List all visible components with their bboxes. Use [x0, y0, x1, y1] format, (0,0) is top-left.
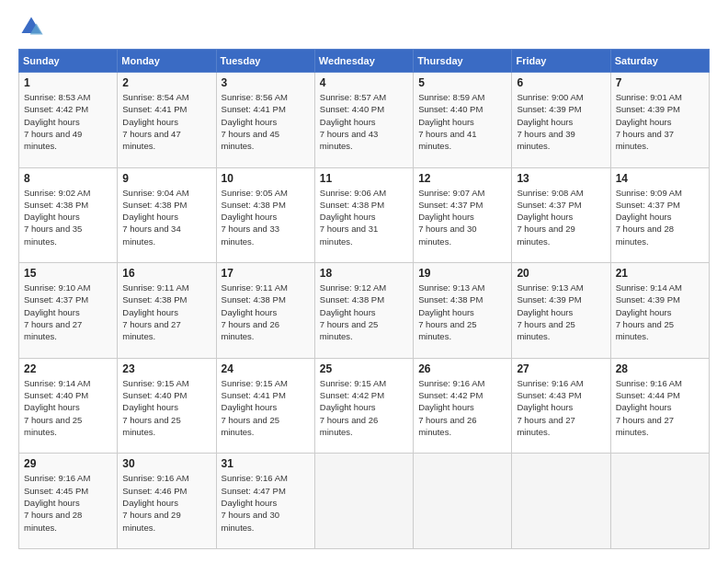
cell-date: 1	[24, 76, 112, 89]
calendar-cell: 6 Sunrise: 9:00 AMSunset: 4:39 PMDayligh…	[512, 73, 610, 168]
cell-info: Sunrise: 9:16 AMSunset: 4:46 PMDaylight …	[122, 473, 188, 532]
cell-date: 10	[222, 172, 310, 185]
cell-date: 25	[320, 362, 408, 375]
calendar-cell	[314, 454, 413, 549]
cell-info: Sunrise: 8:53 AMSunset: 4:42 PMDaylight …	[24, 92, 90, 151]
calendar-cell: 29 Sunrise: 9:16 AMSunset: 4:45 PMDaylig…	[19, 454, 118, 549]
cell-date: 31	[222, 457, 310, 470]
calendar-cell: 20 Sunrise: 9:13 AMSunset: 4:39 PMDaylig…	[512, 263, 610, 359]
cell-info: Sunrise: 9:07 AMSunset: 4:37 PMDaylight …	[418, 188, 484, 247]
cell-info: Sunrise: 9:16 AMSunset: 4:44 PMDaylight …	[616, 378, 682, 437]
calendar-cell: 15 Sunrise: 9:10 AMSunset: 4:37 PMDaylig…	[19, 263, 118, 359]
cell-info: Sunrise: 9:00 AMSunset: 4:39 PMDaylight …	[517, 92, 583, 151]
calendar-cell	[512, 454, 610, 549]
calendar-header-row: SundayMondayTuesdayWednesdayThursdayFrid…	[19, 50, 710, 73]
calendar-cell: 31 Sunrise: 9:16 AMSunset: 4:47 PMDaylig…	[216, 454, 314, 549]
calendar-cell: 5 Sunrise: 8:59 AMSunset: 4:40 PMDayligh…	[414, 73, 512, 168]
cell-info: Sunrise: 9:11 AMSunset: 4:38 PMDaylight …	[222, 282, 288, 341]
cell-date: 12	[418, 172, 506, 185]
cell-info: Sunrise: 9:16 AMSunset: 4:45 PMDaylight …	[24, 473, 90, 532]
calendar-cell: 8 Sunrise: 9:02 AMSunset: 4:38 PMDayligh…	[19, 167, 118, 263]
calendar-cell: 27 Sunrise: 9:16 AMSunset: 4:43 PMDaylig…	[512, 358, 610, 454]
day-header: Thursday	[414, 50, 512, 73]
cell-info: Sunrise: 9:10 AMSunset: 4:37 PMDaylight …	[24, 282, 90, 341]
logo	[18, 14, 48, 40]
logo-icon	[18, 14, 44, 40]
day-header: Wednesday	[314, 50, 413, 73]
cell-info: Sunrise: 9:06 AMSunset: 4:38 PMDaylight …	[320, 188, 386, 247]
cell-date: 14	[616, 172, 704, 185]
cell-info: Sunrise: 9:15 AMSunset: 4:41 PMDaylight …	[222, 378, 288, 437]
cell-date: 5	[418, 76, 506, 89]
cell-info: Sunrise: 9:16 AMSunset: 4:47 PMDaylight …	[222, 473, 288, 532]
calendar-cell: 17 Sunrise: 9:11 AMSunset: 4:38 PMDaylig…	[216, 263, 314, 359]
cell-date: 23	[122, 362, 210, 375]
cell-date: 21	[616, 267, 704, 280]
calendar-cell: 10 Sunrise: 9:05 AMSunset: 4:38 PMDaylig…	[216, 167, 314, 263]
calendar-cell: 21 Sunrise: 9:14 AMSunset: 4:39 PMDaylig…	[610, 263, 709, 359]
cell-date: 19	[418, 267, 506, 280]
calendar-week-row: 1 Sunrise: 8:53 AMSunset: 4:42 PMDayligh…	[19, 73, 710, 168]
cell-date: 9	[122, 172, 210, 185]
calendar-cell: 24 Sunrise: 9:15 AMSunset: 4:41 PMDaylig…	[216, 358, 314, 454]
cell-date: 11	[320, 172, 408, 185]
cell-date: 26	[418, 362, 506, 375]
cell-date: 15	[24, 267, 112, 280]
cell-info: Sunrise: 9:14 AMSunset: 4:39 PMDaylight …	[616, 282, 682, 341]
cell-date: 7	[616, 76, 704, 89]
calendar-cell: 18 Sunrise: 9:12 AMSunset: 4:38 PMDaylig…	[314, 263, 413, 359]
cell-info: Sunrise: 9:02 AMSunset: 4:38 PMDaylight …	[24, 188, 90, 247]
cell-info: Sunrise: 8:59 AMSunset: 4:40 PMDaylight …	[418, 92, 484, 151]
calendar-cell	[610, 454, 709, 549]
cell-info: Sunrise: 9:08 AMSunset: 4:37 PMDaylight …	[517, 188, 583, 247]
calendar-cell: 14 Sunrise: 9:09 AMSunset: 4:37 PMDaylig…	[610, 167, 709, 263]
cell-info: Sunrise: 9:12 AMSunset: 4:38 PMDaylight …	[320, 282, 386, 341]
calendar-cell: 30 Sunrise: 9:16 AMSunset: 4:46 PMDaylig…	[118, 454, 216, 549]
cell-date: 20	[517, 267, 605, 280]
cell-info: Sunrise: 9:05 AMSunset: 4:38 PMDaylight …	[222, 188, 288, 247]
cell-info: Sunrise: 9:13 AMSunset: 4:38 PMDaylight …	[418, 282, 484, 341]
cell-date: 16	[122, 267, 210, 280]
calendar-cell: 9 Sunrise: 9:04 AMSunset: 4:38 PMDayligh…	[118, 167, 216, 263]
cell-date: 24	[222, 362, 310, 375]
cell-info: Sunrise: 9:04 AMSunset: 4:38 PMDaylight …	[122, 188, 188, 247]
cell-info: Sunrise: 9:16 AMSunset: 4:43 PMDaylight …	[517, 378, 583, 437]
cell-date: 28	[616, 362, 704, 375]
calendar-cell: 28 Sunrise: 9:16 AMSunset: 4:44 PMDaylig…	[610, 358, 709, 454]
cell-date: 22	[24, 362, 112, 375]
cell-info: Sunrise: 9:16 AMSunset: 4:42 PMDaylight …	[418, 378, 484, 437]
day-header: Saturday	[610, 50, 709, 73]
header	[18, 14, 710, 40]
calendar-cell: 4 Sunrise: 8:57 AMSunset: 4:40 PMDayligh…	[314, 73, 413, 168]
calendar-cell: 23 Sunrise: 9:15 AMSunset: 4:40 PMDaylig…	[118, 358, 216, 454]
calendar-cell: 16 Sunrise: 9:11 AMSunset: 4:38 PMDaylig…	[118, 263, 216, 359]
calendar-cell: 11 Sunrise: 9:06 AMSunset: 4:38 PMDaylig…	[314, 167, 413, 263]
cell-date: 4	[320, 76, 408, 89]
calendar-week-row: 8 Sunrise: 9:02 AMSunset: 4:38 PMDayligh…	[19, 167, 710, 263]
cell-info: Sunrise: 8:54 AMSunset: 4:41 PMDaylight …	[122, 92, 188, 151]
calendar-cell: 25 Sunrise: 9:15 AMSunset: 4:42 PMDaylig…	[314, 358, 413, 454]
calendar-cell: 13 Sunrise: 9:08 AMSunset: 4:37 PMDaylig…	[512, 167, 610, 263]
calendar-week-row: 29 Sunrise: 9:16 AMSunset: 4:45 PMDaylig…	[19, 454, 710, 549]
cell-date: 30	[122, 457, 210, 470]
cell-info: Sunrise: 9:01 AMSunset: 4:39 PMDaylight …	[616, 92, 682, 151]
cell-info: Sunrise: 9:15 AMSunset: 4:42 PMDaylight …	[320, 378, 386, 437]
calendar-cell: 2 Sunrise: 8:54 AMSunset: 4:41 PMDayligh…	[118, 73, 216, 168]
calendar-cell	[414, 454, 512, 549]
calendar-cell: 1 Sunrise: 8:53 AMSunset: 4:42 PMDayligh…	[19, 73, 118, 168]
cell-date: 13	[517, 172, 605, 185]
calendar-cell: 12 Sunrise: 9:07 AMSunset: 4:37 PMDaylig…	[414, 167, 512, 263]
cell-date: 18	[320, 267, 408, 280]
cell-date: 6	[517, 76, 605, 89]
cell-info: Sunrise: 8:56 AMSunset: 4:41 PMDaylight …	[222, 92, 288, 151]
calendar-cell: 22 Sunrise: 9:14 AMSunset: 4:40 PMDaylig…	[19, 358, 118, 454]
cell-info: Sunrise: 8:57 AMSunset: 4:40 PMDaylight …	[320, 92, 386, 151]
cell-info: Sunrise: 9:14 AMSunset: 4:40 PMDaylight …	[24, 378, 90, 437]
cell-info: Sunrise: 9:11 AMSunset: 4:38 PMDaylight …	[122, 282, 188, 341]
calendar-cell: 19 Sunrise: 9:13 AMSunset: 4:38 PMDaylig…	[414, 263, 512, 359]
cell-info: Sunrise: 9:15 AMSunset: 4:40 PMDaylight …	[122, 378, 188, 437]
cell-date: 8	[24, 172, 112, 185]
day-header: Monday	[118, 50, 216, 73]
cell-date: 17	[222, 267, 310, 280]
calendar-week-row: 22 Sunrise: 9:14 AMSunset: 4:40 PMDaylig…	[19, 358, 710, 454]
